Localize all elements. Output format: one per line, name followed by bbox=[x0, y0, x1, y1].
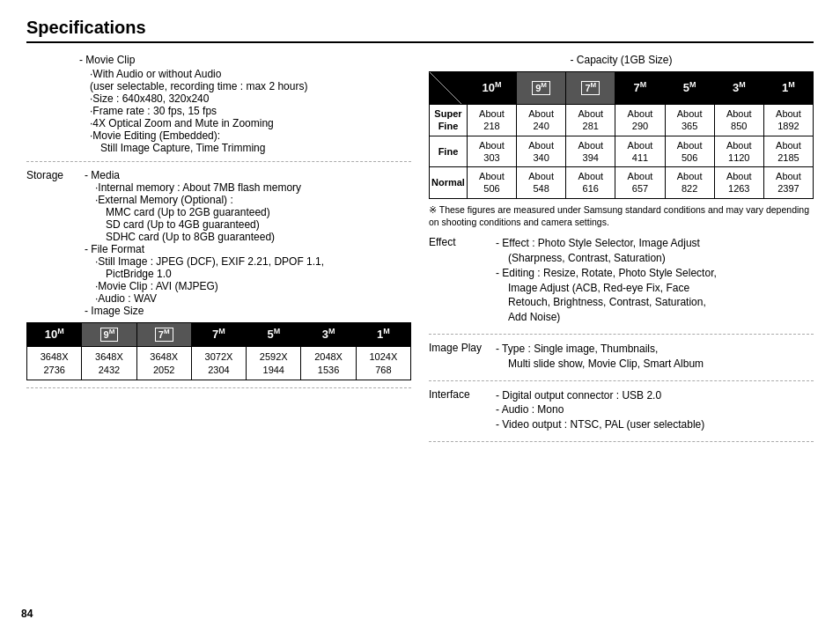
n-5m: About822 bbox=[665, 167, 714, 199]
fine-row: Fine About303 About340 About394 About411… bbox=[430, 136, 814, 167]
left-column: - Movie Clip ·With Audio or without Audi… bbox=[26, 54, 411, 449]
sf-5m: About365 bbox=[665, 105, 714, 136]
movie-clip-line-7: Still Image Capture, Time Trimming bbox=[79, 142, 411, 154]
n-1m: About2397 bbox=[763, 167, 813, 199]
sf-1m: About1892 bbox=[763, 105, 813, 136]
col-5m: 5M bbox=[247, 323, 301, 347]
cap-col-5m: 5M bbox=[665, 72, 714, 105]
size-3m: 2048X1536 bbox=[301, 347, 356, 380]
effect-label: Effect bbox=[429, 236, 490, 325]
svg-line-0 bbox=[430, 72, 461, 104]
interface-label: Interface bbox=[429, 388, 490, 432]
f-5m: About506 bbox=[665, 136, 714, 167]
capacity-table: 10M 9M 7M 7M 5M 3M 1M SuperFine About218… bbox=[429, 71, 814, 199]
sf-7m-a: About281 bbox=[566, 105, 615, 136]
effect-content: - Effect : Photo Style Selector, Image A… bbox=[496, 236, 814, 325]
col-3m: 3M bbox=[301, 323, 356, 347]
sf-7m-b: About290 bbox=[615, 105, 665, 136]
cap-col-10m: 10M bbox=[467, 72, 516, 105]
movie-clip-line-4: ·Frame rate : 30 fps, 15 fps bbox=[79, 105, 411, 117]
size-9m: 3648X2432 bbox=[82, 347, 136, 380]
normal-row: Normal About506 About548 About616 About6… bbox=[430, 167, 814, 199]
movie-clip-line-1: ·With Audio or without Audio bbox=[79, 68, 411, 80]
f-10m: About303 bbox=[467, 136, 516, 167]
interface-content: - Digital output connector : USB 2.0 - A… bbox=[496, 388, 814, 432]
normal-label: Normal bbox=[430, 167, 468, 199]
size-5m: 2592X1944 bbox=[247, 347, 301, 380]
corner-cell bbox=[430, 72, 468, 105]
movie-clip-line-2: (user selectable, recording time : max 2… bbox=[79, 80, 411, 92]
n-10m: About506 bbox=[467, 167, 516, 199]
col-10m: 10M bbox=[27, 323, 82, 347]
page-title: Specifications bbox=[26, 18, 814, 43]
capacity-title: - Capacity (1GB Size) bbox=[429, 54, 814, 66]
f-3m: About1120 bbox=[714, 136, 763, 167]
movie-clip-line-5: ·4X Optical Zoom and Mute in Zooming bbox=[79, 117, 411, 129]
size-7m-a: 3648X2052 bbox=[136, 347, 191, 380]
n-3m: About1263 bbox=[714, 167, 763, 199]
n-7m-a: About616 bbox=[566, 167, 615, 199]
storage-label: Storage bbox=[26, 169, 79, 317]
f-9m: About340 bbox=[517, 136, 566, 167]
f-7m-a: About394 bbox=[566, 136, 615, 167]
cap-col-7m-a: 7M bbox=[566, 72, 615, 105]
sf-10m: About218 bbox=[467, 105, 516, 136]
storage-section: Storage - Media ·Internal memory : About… bbox=[26, 169, 411, 388]
sf-3m: About850 bbox=[714, 105, 763, 136]
size-10m: 3648X2736 bbox=[27, 347, 82, 380]
right-column: - Capacity (1GB Size) 10M 9M 7M 7M bbox=[429, 54, 814, 449]
movie-clip-section: - Movie Clip ·With Audio or without Audi… bbox=[26, 54, 411, 162]
col-9m: 9M bbox=[82, 323, 136, 347]
storage-content: - Media ·Internal memory : About 7MB fla… bbox=[85, 169, 324, 317]
size-7m-b: 3072X2304 bbox=[191, 347, 246, 380]
movie-clip-line-3: ·Size : 640x480, 320x240 bbox=[79, 92, 411, 105]
cap-col-9m: 9M bbox=[517, 72, 566, 105]
n-7m-b: About657 bbox=[615, 167, 665, 199]
movie-clip-line-6: ·Movie Editing (Embedded): bbox=[79, 129, 411, 142]
f-7m-b: About411 bbox=[615, 136, 665, 167]
col-7m-b: 7M bbox=[191, 323, 246, 347]
effect-section: Effect - Effect : Photo Style Selector, … bbox=[429, 236, 814, 335]
interface-section: Interface - Digital output connector : U… bbox=[429, 388, 814, 442]
size-1m: 1024X768 bbox=[356, 347, 410, 380]
cap-col-7m-b: 7M bbox=[615, 72, 665, 105]
image-size-table: 10M 9M 7M 7M 5M 3M 1M 3648X2736 3648X243… bbox=[26, 322, 411, 380]
fine-label: Fine bbox=[430, 136, 468, 167]
sf-9m: About240 bbox=[517, 105, 566, 136]
col-1m: 1M bbox=[356, 323, 410, 347]
f-1m: About2185 bbox=[763, 136, 813, 167]
col-7m-a: 7M bbox=[136, 323, 191, 347]
cap-col-1m: 1M bbox=[763, 72, 813, 105]
super-fine-row: SuperFine About218 About240 About281 Abo… bbox=[430, 105, 814, 136]
n-9m: About548 bbox=[517, 167, 566, 199]
cap-col-3m: 3M bbox=[714, 72, 763, 105]
capacity-note: ※ These figures are measured under Samsu… bbox=[429, 203, 814, 229]
super-fine-label: SuperFine bbox=[430, 105, 468, 136]
image-play-label: Image Play bbox=[429, 342, 490, 372]
image-play-content: - Type : Single image, Thumbnails, Multi… bbox=[496, 342, 814, 372]
movie-clip-header: - Movie Clip bbox=[79, 54, 411, 66]
image-play-section: Image Play - Type : Single image, Thumbn… bbox=[429, 342, 814, 381]
